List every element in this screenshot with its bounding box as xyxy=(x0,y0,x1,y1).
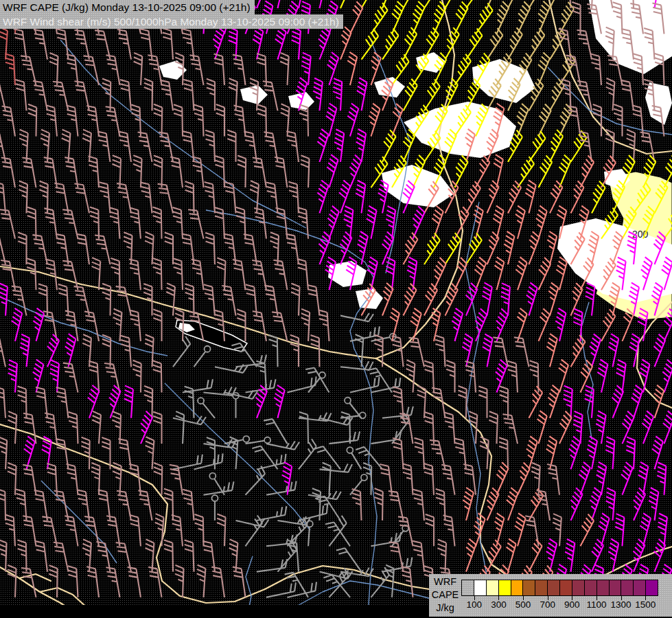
legend-label: WRF CAPE J/kg xyxy=(429,575,461,615)
weather-map-canvas: 200 xyxy=(0,0,672,618)
colorbar-cell-8 xyxy=(560,580,572,595)
colorbar-cell-12 xyxy=(610,580,622,595)
colorbar-cell-13 xyxy=(621,580,634,595)
colorbar-cell-1 xyxy=(474,580,487,595)
colorbar-cell-15 xyxy=(646,580,658,595)
cape-colorbar xyxy=(461,580,658,596)
colorbar-tick-label: 700 xyxy=(540,599,555,610)
colorbar-cell-3 xyxy=(499,580,511,595)
colorbar-cell-11 xyxy=(597,580,610,595)
rivers-layer xyxy=(0,40,672,618)
colorbar-tick-label: 100 xyxy=(467,599,483,610)
map-title-wind-shear: WRF Wind shear (m/s) 500/1000hPa Monday … xyxy=(0,14,343,29)
map-title-cape: WRF CAPE (J/kg) Monday 13-10-2025 09:00 … xyxy=(0,0,255,14)
colorbar-tick-label: 1100 xyxy=(586,599,606,610)
colorbar-cell-9 xyxy=(572,580,585,595)
colorbar-tick-label: 300 xyxy=(491,599,507,610)
legend-label-line2: CAPE xyxy=(429,588,461,602)
colorbar-cell-14 xyxy=(634,580,646,595)
colorbar-cell-5 xyxy=(523,580,535,595)
colorbar-tick-label: 500 xyxy=(515,599,531,610)
colorbar-cell-6 xyxy=(535,580,548,595)
wind-barbs-layer xyxy=(0,0,672,597)
colorbar-cell-0 xyxy=(462,580,474,595)
legend-label-line1: WRF xyxy=(429,575,461,588)
colorbar-cell-2 xyxy=(487,580,499,595)
colorbar-cell-10 xyxy=(585,580,597,595)
colorbar-tick-label: 1300 xyxy=(611,599,632,610)
colorbar-tick-label: 1500 xyxy=(635,599,656,610)
colorbar-cell-4 xyxy=(511,580,524,595)
colorbar-cell-7 xyxy=(548,580,560,595)
legend-label-line3: J/kg xyxy=(429,602,461,615)
cape-colorbar-legend: WRF CAPE J/kg 10030050070090011001300150… xyxy=(429,574,672,617)
colorbar-tick-label: 900 xyxy=(564,599,580,610)
